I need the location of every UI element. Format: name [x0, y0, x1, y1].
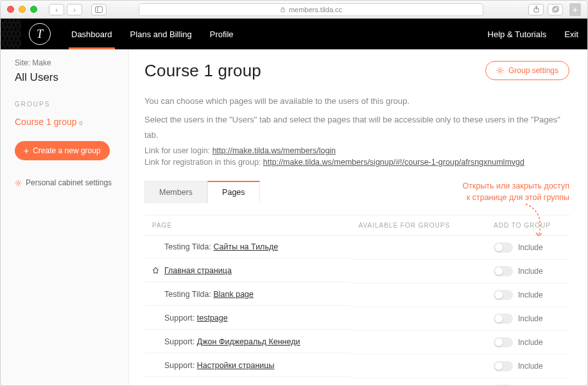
include-label: Include [518, 290, 543, 299]
add-cell: Include [486, 307, 569, 331]
col-available: AVAILABLE FOR GROUPS [351, 215, 486, 236]
new-tab-button[interactable]: + [569, 3, 581, 16]
include-label: Include [518, 314, 543, 323]
page-link[interactable]: Главная страница [164, 266, 232, 275]
nav-plans-billing[interactable]: Plans and Billing [121, 19, 201, 49]
add-cell: Include [486, 260, 569, 283]
page-link[interactable]: Действия с блоками [197, 385, 272, 385]
include-toggle[interactable] [494, 385, 513, 385]
nav-exit[interactable]: Exit [555, 19, 587, 49]
svg-line-22 [501, 68, 502, 69]
nav-arrows: ‹ › [49, 4, 82, 15]
sidebar-group-active[interactable]: Course 1 group 0 [15, 117, 118, 127]
svg-line-13 [20, 181, 21, 181]
lock-icon [280, 6, 286, 12]
page-cell: Support: testpage [144, 307, 351, 330]
include-toggle[interactable] [494, 242, 513, 253]
share-button[interactable] [528, 4, 544, 15]
include-toggle[interactable] [494, 314, 513, 324]
cabinet-settings-link[interactable]: Personal cabinet settings [15, 178, 118, 187]
group-settings-button[interactable]: Group settings [485, 61, 569, 80]
share-icon [533, 6, 540, 13]
table-row: Testing Tilda: Сайты на ТильдеInclude [144, 236, 569, 260]
tab-members[interactable]: Members [144, 181, 207, 203]
back-button[interactable]: ‹ [49, 4, 64, 15]
login-link-row: Link for user login: http://make.tilda.w… [144, 146, 569, 155]
page-cell: Support: Джон Фиджеральд Кеннеди [144, 331, 351, 353]
tabs-button[interactable] [548, 4, 563, 15]
svg-line-12 [20, 185, 21, 185]
svg-line-11 [16, 181, 17, 181]
table-row: Testing Tilda: Blank pageInclude [144, 283, 569, 307]
table-row: Support: Джон Фиджеральд КеннедиInclude [144, 331, 569, 355]
add-cell: Include [486, 378, 569, 385]
page-link[interactable]: Настройки страницы [197, 361, 275, 370]
page-cell: Support: Действия с блоками [144, 378, 351, 385]
page-prefix: Support: [164, 337, 197, 346]
page-prefix: Testing Tilda: [164, 242, 213, 251]
plus-icon: + [24, 146, 29, 155]
svg-rect-5 [554, 6, 558, 11]
svg-line-21 [501, 72, 502, 73]
forward-button[interactable]: › [67, 4, 82, 15]
home-icon [152, 267, 159, 274]
svg-rect-2 [281, 9, 284, 12]
callout-annotation: Открыть или закрыть доступ к странице дл… [428, 181, 569, 203]
all-users-link[interactable]: All Users [15, 71, 118, 84]
svg-line-14 [16, 185, 17, 185]
include-label: Include [518, 362, 543, 371]
create-group-button[interactable]: + Create a new group [15, 141, 110, 160]
page-link[interactable]: Blank page [213, 290, 254, 299]
close-window-icon[interactable] [7, 6, 14, 13]
page-prefix: Support: [164, 361, 197, 370]
sidebar: Site: Make All Users GROUPS Course 1 gro… [1, 49, 129, 385]
tab-pages[interactable]: Pages [207, 181, 259, 203]
svg-line-23 [497, 72, 498, 73]
available-cell [351, 378, 486, 385]
signup-link[interactable]: http://make.tilda.ws/members/signup/#!/c… [263, 158, 524, 167]
page-cell: Support: Настройки страницы [144, 355, 351, 377]
content-area: Course 1 group Group settings You can ch… [129, 49, 587, 385]
include-toggle[interactable] [494, 266, 513, 276]
table-row: Support: Настройки страницыInclude [144, 355, 569, 378]
address-bar[interactable]: members.tilda.cc [139, 3, 483, 16]
page-link[interactable]: testpage [197, 314, 228, 323]
page-link[interactable]: Сайты на Тильде [213, 242, 278, 251]
page-cell: Testing Tilda: Blank page [144, 283, 351, 306]
browser-chrome: ‹ › members.tilda.cc + [1, 1, 587, 19]
add-cell: Include [486, 331, 569, 355]
traffic-lights [7, 6, 37, 13]
page-link[interactable]: Джон Фиджеральд Кеннеди [197, 337, 300, 346]
include-toggle[interactable] [494, 361, 513, 371]
include-toggle[interactable] [494, 290, 513, 300]
gear-icon [496, 67, 504, 74]
include-toggle[interactable] [494, 337, 513, 348]
svg-point-15 [499, 69, 501, 72]
main-area: Site: Make All Users GROUPS Course 1 gro… [1, 49, 587, 385]
url-text: members.tilda.cc [289, 6, 342, 13]
chrome-right: + [528, 3, 581, 16]
tabs: Members Pages [144, 181, 260, 203]
table-row: Support: testpageInclude [144, 307, 569, 331]
page-prefix: Testing Tilda: [164, 290, 213, 299]
description-2: Select the users in the "Users" tab and … [144, 112, 569, 144]
gear-icon [15, 180, 22, 187]
add-cell: Include [486, 355, 569, 378]
login-link[interactable]: http://make.tilda.ws/members/login [212, 146, 336, 155]
table-row: Support: Действия с блокамиInclude [144, 378, 569, 385]
minimize-window-icon[interactable] [19, 6, 26, 13]
include-label: Include [518, 243, 543, 252]
maximize-window-icon[interactable] [30, 6, 37, 13]
add-cell: Include [486, 236, 569, 260]
nav-help[interactable]: Help & Tutorials [479, 19, 556, 49]
page-title: Course 1 group [144, 61, 261, 81]
svg-line-20 [497, 68, 498, 69]
sidebar-toggle-button[interactable] [91, 4, 107, 15]
nav-dashboard[interactable]: Dashboard [62, 19, 121, 49]
top-nav: T Dashboard Plans and Billing Profile He… [1, 19, 587, 49]
tilda-logo[interactable]: T [29, 23, 51, 45]
page-prefix: Support: [164, 314, 197, 323]
nav-profile[interactable]: Profile [201, 19, 243, 49]
svg-point-6 [17, 182, 20, 185]
svg-rect-0 [96, 6, 103, 12]
